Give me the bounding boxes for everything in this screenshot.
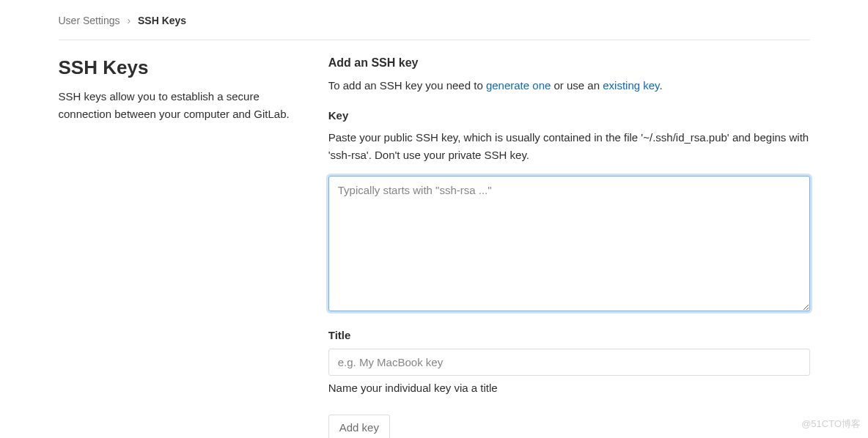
title-label: Title bbox=[328, 329, 810, 341]
breadcrumb-current: SSH Keys bbox=[138, 15, 186, 26]
page-description: SSH keys allow you to establish a secure… bbox=[59, 88, 306, 123]
title-input[interactable] bbox=[328, 349, 810, 376]
key-description: Paste your public SSH key, which is usua… bbox=[328, 129, 810, 164]
existing-key-link[interactable]: existing key bbox=[603, 79, 659, 92]
add-ssh-heading: Add an SSH key bbox=[328, 56, 810, 70]
key-label: Key bbox=[328, 109, 810, 122]
add-ssh-help: To add an SSH key you need to generate o… bbox=[328, 77, 810, 94]
ssh-key-textarea[interactable] bbox=[328, 176, 810, 311]
add-key-button[interactable]: Add key bbox=[328, 415, 390, 438]
chevron-right-icon: › bbox=[127, 15, 130, 26]
breadcrumb-parent[interactable]: User Settings bbox=[59, 15, 120, 26]
breadcrumb: User Settings › SSH Keys bbox=[59, 15, 810, 40]
title-hint: Name your individual key via a title bbox=[328, 382, 810, 394]
generate-one-link[interactable]: generate one bbox=[486, 79, 551, 92]
page-title: SSH Keys bbox=[59, 56, 306, 79]
